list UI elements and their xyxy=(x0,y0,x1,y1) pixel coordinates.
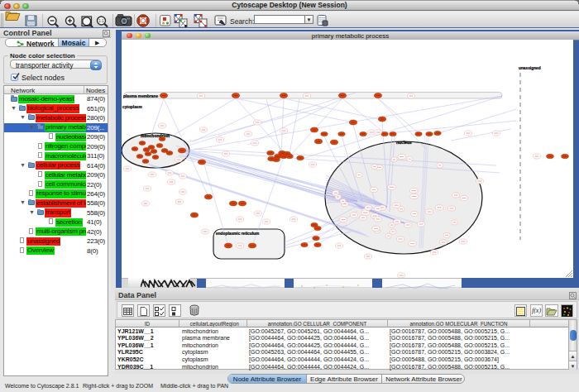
svg-text:cytoplasm: cytoplasm xyxy=(122,105,142,109)
svg-text:endoplasmic reticulum: endoplasmic reticulum xyxy=(216,232,259,236)
svg-text:Search:: Search: xyxy=(230,17,254,26)
svg-text:mitochondrion: mitochondrion xyxy=(141,133,170,138)
svg-text:1:1: 1:1 xyxy=(98,19,104,23)
svg-text:plasma membrane: plasma membrane xyxy=(123,94,158,98)
svg-text:unassigned: unassigned xyxy=(519,66,541,70)
svg-text:nucleus: nucleus xyxy=(396,140,412,145)
